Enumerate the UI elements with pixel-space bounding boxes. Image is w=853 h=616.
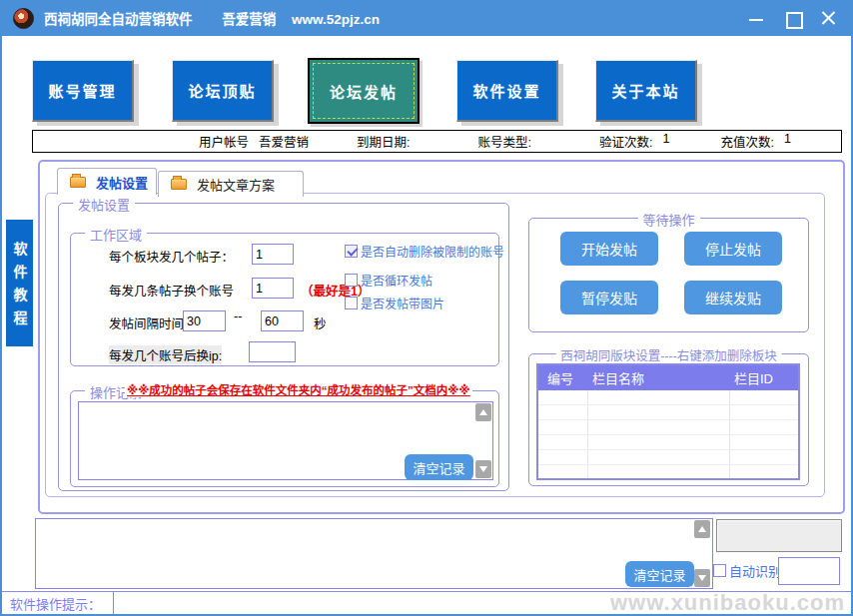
col-id-header: 栏目ID <box>730 368 798 387</box>
board-settings-legend: 西祠胡同版块设置----右键添加删除板块 <box>555 345 782 364</box>
watermark-text: www.xunibaoku.com <box>610 590 845 616</box>
table-row[interactable] <box>538 420 798 435</box>
col-number-header: 编号 <box>538 368 588 387</box>
tab-post-article-plan-label: 发帖文章方案 <box>197 175 275 194</box>
window-controls <box>745 0 839 36</box>
auto-recognize-checkbox[interactable] <box>713 564 726 577</box>
recharge-count-label: 充值次数: <box>720 132 773 151</box>
captcha-code-input[interactable] <box>778 557 840 585</box>
nav-forum-post-button[interactable]: 论坛发帖 <box>308 58 420 124</box>
account-user-value: 吾爱营销 <box>259 132 309 151</box>
main-log-textarea[interactable] <box>35 518 713 589</box>
captcha-image-box <box>716 519 842 552</box>
board-table[interactable]: 编号 栏目名称 栏目ID <box>536 363 800 480</box>
operation-record-group: 操作记录 ※※成功的帖子会保存在软件文件夹内“成功发布的帖子”文档内※※ 清空记… <box>70 390 499 487</box>
loop-posting-checkbox-row: 是否循环发帖 <box>345 272 432 289</box>
log-scroll-down-icon[interactable] <box>694 569 710 587</box>
nav-account-manage-button[interactable]: 账号管理 <box>32 60 134 122</box>
record-scroll-down-icon[interactable] <box>475 460 491 478</box>
log-clear-button[interactable]: 清空记录 <box>625 561 694 587</box>
auto-recognize-label: 自动识别 <box>729 561 781 580</box>
interval-to-input[interactable] <box>261 310 304 331</box>
record-clear-button[interactable]: 清空记录 <box>405 454 473 480</box>
posts-per-board-label: 每个板块发几个帖子： <box>109 247 234 266</box>
change-ip-label: 每发几个账号后换ip: <box>109 345 222 364</box>
loop-posting-checkbox[interactable] <box>345 274 358 287</box>
post-settings-group: 发帖设置 工作区域 每个板块发几个帖子： 每发几条帖子换个账号 （最好是1） 发… <box>58 203 509 491</box>
status-label: 软件操作提示： <box>10 594 101 613</box>
close-icon[interactable] <box>817 7 839 29</box>
account-info-bar: 用户帐号 吾爱营销 到期日期: 账号类型: 验证次数: 1 充值次数: 1 <box>32 130 842 153</box>
app-title: 西祠胡同全自动营销软件 <box>44 12 193 27</box>
interval-from-input[interactable] <box>183 310 226 331</box>
account-type-field: 账号类型: <box>478 132 551 151</box>
post-settings-legend: 发帖设置 <box>73 195 135 214</box>
tab-post-article-plan[interactable]: 发帖文章方案 <box>158 171 304 197</box>
status-divider <box>113 592 114 614</box>
expire-date-field: 到期日期: <box>357 132 429 151</box>
table-row[interactable] <box>538 435 798 450</box>
app-logo-icon <box>13 8 34 29</box>
account-type-label: 账号类型: <box>478 132 531 151</box>
tab-post-settings-label: 发帖设置 <box>96 173 148 192</box>
posts-per-board-input[interactable] <box>252 244 294 265</box>
table-row[interactable] <box>538 405 798 420</box>
verify-count-field: 验证次数: 1 <box>599 132 672 151</box>
account-user-label: 用户帐号 <box>199 132 249 151</box>
expire-date-label: 到期日期: <box>357 132 410 151</box>
success-save-notice: ※※成功的帖子会保存在软件文件夹内“成功发布的帖子”文档内※※ <box>125 381 472 397</box>
waiting-operation-group: 等待操作 开始发帖 停止发帖 暂停发贴 继续发贴 <box>528 218 809 332</box>
auto-delete-limited-label: 是否自动删除被限制的账号 <box>361 243 504 260</box>
post-with-image-checkbox[interactable] <box>345 297 358 309</box>
recharge-count-field: 充值次数: 1 <box>720 132 793 151</box>
minimize-icon[interactable] <box>745 7 767 29</box>
waiting-operation-legend: 等待操作 <box>637 210 699 229</box>
website-url: www.52pjz.cn <box>292 12 380 27</box>
interval-unit-label: 秒 <box>314 313 327 332</box>
tab-post-settings[interactable]: 发帖设置 <box>57 168 157 195</box>
interval-separator: -- <box>234 309 242 323</box>
app-window: 西祠胡同全自动营销软件 吾爱营销 www.52pjz.cn 账号管理 论坛顶贴 … <box>0 0 853 616</box>
record-scroll-up-icon[interactable] <box>475 403 491 421</box>
expire-date-value <box>421 132 430 151</box>
stop-posting-button[interactable]: 停止发帖 <box>684 232 782 266</box>
continue-posting-button[interactable]: 继续发贴 <box>684 281 782 314</box>
window-title: 西祠胡同全自动营销软件 吾爱营销 www.52pjz.cn <box>44 8 380 28</box>
log-scroll-up-icon[interactable] <box>694 520 710 538</box>
change-ip-input[interactable] <box>249 341 296 362</box>
verify-count-value: 1 <box>662 132 672 151</box>
account-type-value <box>541 132 551 151</box>
verify-count-label: 验证次数: <box>599 132 652 151</box>
auto-delete-limited-checkbox[interactable] <box>345 245 358 258</box>
auto-recognize-row: 自动识别 <box>713 561 781 580</box>
post-with-image-checkbox-row: 是否发帖带图片 <box>345 295 444 311</box>
table-row[interactable] <box>538 450 798 465</box>
interval-label: 发帖间隔时间: <box>109 313 187 332</box>
work-area-legend: 工作区域 <box>85 225 147 244</box>
posts-per-account-input[interactable] <box>252 278 294 299</box>
nav-about-site-button[interactable]: 关于本站 <box>595 60 697 122</box>
brand-name: 吾爱营销 <box>222 12 276 27</box>
board-table-header: 编号 栏目名称 栏目ID <box>538 365 798 390</box>
folder-icon <box>70 177 86 188</box>
pause-posting-button[interactable]: 暂停发贴 <box>560 281 658 314</box>
post-with-image-label: 是否发帖带图片 <box>361 295 444 311</box>
board-settings-group: 西祠胡同版块设置----右键添加删除板块 编号 栏目名称 栏目ID <box>528 353 809 486</box>
auto-delete-limited-checkbox-row: 是否自动删除被限制的账号 <box>345 243 504 260</box>
folder-icon <box>171 179 187 190</box>
recharge-count-value: 1 <box>784 132 794 151</box>
status-bar: 软件操作提示： www.xunibaoku.com <box>2 591 851 614</box>
work-area-group: 工作区域 每个板块发几个帖子： 每发几条帖子换个账号 （最好是1） 发帖间隔时间… <box>70 233 499 366</box>
titlebar: 西祠胡同全自动营销软件 吾爱营销 www.52pjz.cn <box>0 0 853 36</box>
table-row[interactable] <box>538 390 798 405</box>
posts-per-account-label: 每发几条帖子换个账号 <box>109 281 234 300</box>
table-row[interactable] <box>538 465 798 480</box>
start-posting-button[interactable]: 开始发帖 <box>560 232 658 266</box>
software-tutorial-button[interactable]: 软件教程 <box>6 220 33 346</box>
loop-posting-label: 是否循环发帖 <box>361 272 432 289</box>
account-user-field: 用户帐号 吾爱营销 <box>199 132 309 151</box>
nav-software-settings-button[interactable]: 软件设置 <box>456 60 558 122</box>
maximize-icon[interactable] <box>781 7 803 29</box>
col-name-header: 栏目名称 <box>588 368 730 387</box>
nav-forum-bump-button[interactable]: 论坛顶贴 <box>172 60 274 122</box>
